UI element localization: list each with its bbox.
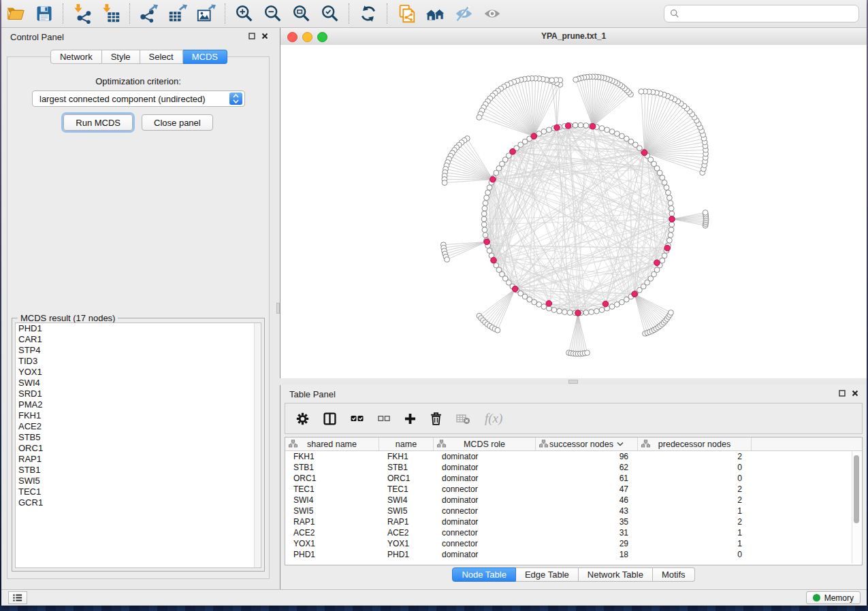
list-item[interactable]: PHD1	[16, 323, 261, 334]
cell: SWI5	[379, 506, 434, 516]
list-item[interactable]: STP4	[16, 345, 261, 356]
list-item[interactable]: STB1	[16, 465, 261, 476]
first-neighbors-button[interactable]	[421, 2, 449, 25]
column-header-name[interactable]: name	[379, 437, 434, 450]
network-graph[interactable]	[280, 45, 867, 378]
cell: ACE2	[285, 527, 379, 538]
show-columns-button[interactable]	[323, 412, 336, 425]
float-panel-icon[interactable]	[248, 33, 255, 39]
list-item[interactable]: STB5	[16, 432, 261, 443]
list-item[interactable]: CAR1	[16, 334, 261, 345]
column-type-icon	[437, 440, 446, 448]
table-row[interactable]: STB1STB1dominator620	[285, 462, 862, 473]
network-title: YPA_prune.txt_1	[280, 31, 867, 41]
export-table-icon	[167, 3, 188, 24]
table-row[interactable]: ACE2ACE2connector311	[285, 527, 862, 538]
tab-motifs[interactable]: Motifs	[653, 567, 695, 582]
tab-mcds[interactable]: MCDS	[183, 50, 227, 64]
tab-network-table[interactable]: Network Table	[579, 567, 653, 582]
export-table-button[interactable]	[164, 2, 191, 25]
show-all-button[interactable]	[479, 2, 506, 25]
column-header-mcds-role[interactable]: MCDS role	[434, 437, 536, 450]
table-row[interactable]: TEC1TEC1connector472	[285, 484, 862, 495]
table-row[interactable]: YOX1YOX1connector291	[285, 538, 862, 549]
list-item[interactable]: ORC1	[16, 443, 261, 454]
list-item[interactable]: RAP1	[16, 454, 261, 465]
list-item[interactable]: SWI5	[16, 476, 261, 486]
hide-eye-icon	[453, 3, 474, 24]
search-box[interactable]	[664, 5, 859, 22]
horizontal-splitter[interactable]	[280, 378, 867, 385]
zoom-selected-button[interactable]	[317, 2, 344, 25]
list-item[interactable]: TID3	[16, 356, 261, 367]
close-panel-icon[interactable]	[852, 390, 858, 397]
list-item[interactable]: SRD1	[16, 389, 261, 399]
zoom-fit-button[interactable]	[288, 2, 315, 25]
select-all-button[interactable]	[351, 414, 364, 423]
delete-table-button[interactable]	[456, 413, 470, 425]
duplicate-network-button[interactable]	[393, 2, 420, 25]
float-panel-icon[interactable]	[839, 390, 846, 397]
list-item[interactable]: FKH1	[16, 410, 261, 421]
cell: TEC1	[285, 484, 379, 495]
mcds-result-list[interactable]: PHD1CAR1STP4TID3YOX1SWI4SRD1PMA2FKH1ACE2…	[15, 323, 261, 568]
table-row[interactable]: ORC1ORC1dominator610	[285, 473, 862, 484]
tab-edge-table[interactable]: Edge Table	[516, 567, 579, 582]
search-input[interactable]	[684, 6, 858, 21]
tab-node-table[interactable]: Node Table	[452, 567, 516, 582]
cell: 2	[638, 516, 752, 527]
criterion-select[interactable]: largest connected component (undirected)	[32, 90, 245, 107]
add-column-button[interactable]	[404, 413, 416, 425]
gear-button[interactable]	[296, 412, 309, 425]
cell: dominator	[434, 549, 536, 560]
column-header-predecessor-nodes[interactable]: predecessor nodes	[638, 437, 752, 450]
table-scrollbar[interactable]	[852, 451, 861, 563]
list-item[interactable]: YOX1	[16, 367, 261, 378]
open-file-button[interactable]	[2, 2, 29, 25]
table-row[interactable]: FKH1FKH1dominator962	[285, 451, 862, 462]
first-neighbors-icon	[425, 3, 445, 24]
table-row[interactable]: SWI4SWI4dominator462	[285, 495, 862, 506]
memory-button[interactable]: Memory	[806, 591, 861, 604]
tab-select[interactable]: Select	[140, 50, 183, 64]
list-item[interactable]: TEC1	[16, 486, 261, 497]
save-icon	[35, 4, 54, 23]
column-header-shared-name[interactable]: shared name	[285, 437, 379, 450]
network-canvas[interactable]	[280, 45, 867, 378]
table-row[interactable]: SWI5SWI5connector431	[285, 506, 862, 516]
result-scrollbar[interactable]	[254, 323, 261, 567]
list-item[interactable]: ACE2	[16, 421, 261, 432]
task-history-button[interactable]	[8, 591, 27, 604]
column-header-successor-nodes[interactable]: successor nodes	[536, 437, 638, 450]
export-network-button[interactable]	[135, 2, 163, 25]
delete-column-button[interactable]	[430, 412, 442, 425]
function-builder-button[interactable]: f(x)	[485, 411, 502, 426]
cell: 29	[536, 538, 638, 549]
zoom-in-button[interactable]	[231, 2, 258, 25]
splitter-handle[interactable]	[568, 380, 578, 384]
list-item[interactable]: PMA2	[16, 399, 261, 410]
list-item[interactable]: SWI4	[16, 378, 261, 389]
cell: STB1	[285, 462, 379, 473]
import-table-button[interactable]	[97, 2, 125, 25]
scrollbar-thumb[interactable]	[854, 455, 859, 523]
close-panel-icon[interactable]	[261, 33, 268, 39]
export-image-button[interactable]	[193, 2, 220, 25]
list-item[interactable]: GCR1	[16, 497, 261, 508]
tab-style[interactable]: Style	[102, 50, 140, 64]
zoom-out-button[interactable]	[259, 2, 287, 25]
select-stepper-icon	[229, 93, 242, 105]
run-mcds-button[interactable]: Run MCDS	[63, 114, 133, 131]
tab-network[interactable]: Network	[50, 50, 102, 64]
deselect-all-button[interactable]	[378, 414, 390, 423]
hide-selected-button[interactable]	[450, 2, 477, 25]
table-row[interactable]: PHD1PHD1dominator180	[285, 549, 862, 560]
cell: 1	[638, 538, 752, 549]
select-all-icon	[351, 414, 364, 423]
table-row[interactable]: RAP1RAP1dominator352	[285, 516, 862, 527]
trash-icon	[430, 412, 442, 425]
close-panel-button[interactable]: Close panel	[142, 114, 213, 131]
save-button[interactable]	[31, 2, 58, 25]
import-network-button[interactable]	[69, 2, 96, 25]
refresh-button[interactable]	[355, 2, 382, 25]
